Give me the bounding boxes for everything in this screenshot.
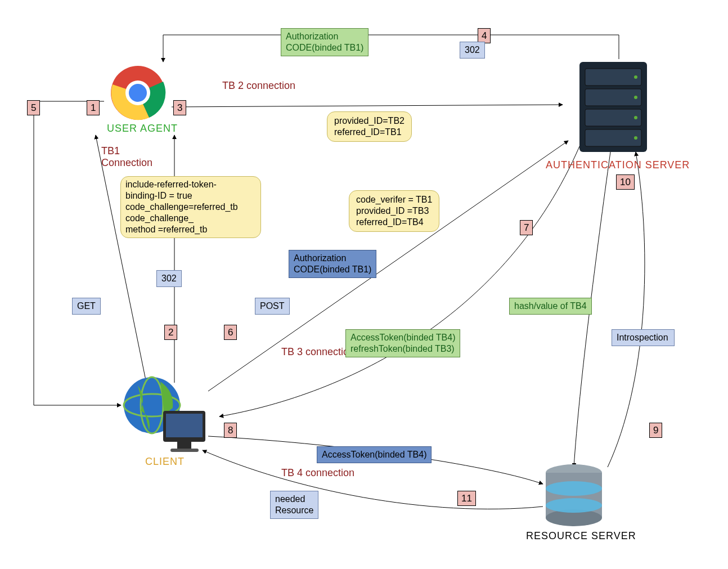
- tb3-connection-label: TB 3 connection: [281, 346, 354, 358]
- msg-access-token: AccessToken(binded TB4): [317, 446, 432, 463]
- http-302-a: 302: [156, 270, 182, 287]
- svg-rect-11: [585, 69, 641, 86]
- step-3: 3: [173, 100, 186, 115]
- svg-point-17: [634, 116, 637, 119]
- http-post: POST: [255, 298, 290, 315]
- svg-rect-9: [170, 449, 199, 452]
- client-label: CLIENT: [145, 456, 185, 468]
- note-3: code_verifer = TB1 provided_ID =TB3 refe…: [349, 190, 439, 232]
- step-8: 8: [224, 423, 237, 438]
- note-2: provided_ID=TB2 referred_ID=TB1: [327, 111, 412, 142]
- step-6: 6: [224, 325, 237, 340]
- http-introspection: Introspection: [612, 329, 675, 346]
- svg-point-15: [634, 75, 637, 79]
- tb4-connection-label: TB 4 connection: [281, 467, 354, 479]
- svg-rect-14: [585, 129, 641, 146]
- msg-auth-code-blue: Authorization CODE(binded TB1): [289, 250, 376, 278]
- step-5: 5: [27, 100, 40, 115]
- http-302-b: 302: [460, 42, 485, 59]
- svg-rect-13: [585, 109, 641, 126]
- step-11: 11: [457, 491, 476, 506]
- step-9: 9: [649, 423, 662, 438]
- svg-rect-7: [166, 414, 203, 437]
- svg-rect-8: [177, 442, 191, 449]
- tb2-connection-label: TB 2 connection: [222, 80, 295, 92]
- step-1: 1: [87, 100, 100, 115]
- tb1-connection-label: TB1 Connection: [101, 145, 152, 169]
- svg-point-18: [634, 136, 637, 140]
- note-1: include-referred-token- binding-ID = tru…: [120, 176, 261, 238]
- client-icon: [121, 366, 211, 458]
- step-7: 7: [520, 220, 533, 235]
- auth-server-label: AUTHENTICATION SERVER: [546, 159, 690, 171]
- svg-point-23: [546, 498, 602, 513]
- svg-point-22: [546, 481, 602, 496]
- auth-server-icon: [568, 56, 658, 160]
- step-2: 2: [164, 325, 177, 340]
- msg-hash-tb4: hash/value of TB4: [509, 298, 592, 315]
- http-get: GET: [72, 298, 101, 315]
- msg-tokens: AccessToken(binded TB4) refreshToken(bin…: [345, 329, 460, 357]
- user-agent-label: USER AGENT: [107, 123, 178, 135]
- step-10: 10: [616, 174, 635, 190]
- user-agent-icon: [110, 65, 166, 121]
- msg-needed-resource: needed Resource: [270, 491, 318, 519]
- svg-point-2: [129, 84, 147, 102]
- diagram-stage: USER AGENT CLIENT AUTHENTICATION SERVER …: [0, 0, 728, 569]
- resource-server-icon: [540, 462, 608, 531]
- svg-rect-12: [585, 89, 641, 106]
- svg-point-16: [634, 96, 637, 99]
- msg-auth-code-green: Authorization CODE(binded TB1): [281, 28, 369, 56]
- resource-server-label: RESOURCE SERVER: [526, 530, 636, 542]
